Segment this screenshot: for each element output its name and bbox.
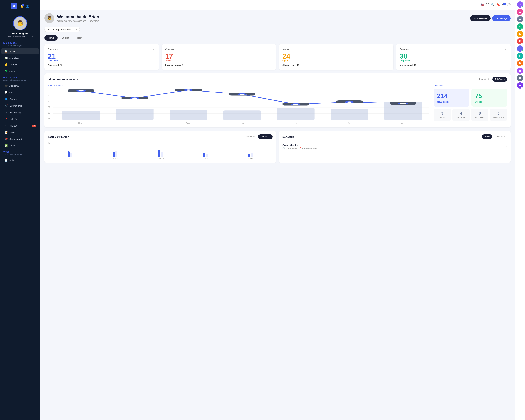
bottom-row: Task Distribution Last Week This Week 40… [45,131,511,163]
sidebar-item-chat[interactable]: 💬 Chat [1,89,39,95]
notifications-icon-wrap[interactable]: 🔔 3 [20,4,24,8]
stat-menu-summary[interactable]: ⋮ [152,48,155,51]
message-icon[interactable]: 💬 [507,3,511,7]
task-week-toggle: Last Week This Week [242,134,273,139]
wontfix-card: 4 Won't Fix [452,109,470,121]
bar-other-light [251,153,253,157]
sidebar-item-label-filemanager: File Manager [9,111,23,114]
sidebar-item-academy[interactable]: 🎓 Academy [1,83,39,89]
stat-menu-overdue[interactable]: ⋮ [270,48,273,51]
svg-point-28 [131,97,139,99]
sidebar-item-label-activities: Activities [9,159,18,161]
right-avatar-8[interactable]: L [517,53,523,59]
task-last-week-btn[interactable]: Last Week [242,134,257,139]
notes-icon: 📝 [4,131,8,134]
sidebar-item-filemanager[interactable]: ☁ File Manager [1,109,39,115]
search-icon[interactable]: 🔍 [491,3,495,7]
project-selector[interactable]: ACME Corp. Backend App ▾ [45,27,80,32]
menu-toggle-icon[interactable]: ≡ [45,3,46,7]
sidebar-item-scrumboard[interactable]: 📌 Scrumboard [1,136,39,142]
right-avatar-1[interactable]: J [517,1,523,8]
sidebar-item-activities[interactable]: 📄 Activities [1,157,39,163]
github-this-week-btn[interactable]: This Week [492,77,507,82]
bar-group-other: Other [229,153,273,159]
settings-button[interactable]: ⚙ Settings [492,15,511,21]
right-avatar-9[interactable]: B [517,60,523,66]
cart-badge: 5 [503,3,506,5]
stat-label-issues: Open [282,59,390,62]
user-name: Brian Hughes [12,32,28,35]
cart-icon[interactable]: 🛍 5 [502,3,505,7]
user-circle-icon: 👤 [26,5,29,8]
sidebar-item-label-ecommerce: ECommerce [9,104,22,107]
stat-title-overdue: Overdue [165,48,174,51]
sidebar-item-contacts[interactable]: 👥 Contacts [1,96,39,102]
sidebar-item-analytics[interactable]: 📊 Analytics [1,55,39,61]
sidebar-item-tasks[interactable]: ✅ Tasks [1,142,39,149]
sidebar-item-mailbox[interactable]: ✉ Mailbox 27 [1,122,39,129]
overview-big-cards: 214 New Issues 75 Closed [434,89,507,107]
applications-section-label: APPLICATIONS [0,75,40,79]
flag-icon[interactable]: 🇺🇸 [480,3,484,7]
sidebar-item-helpcenter[interactable]: ❓ Help Center › [1,116,39,122]
right-avatar-10[interactable]: N [517,67,523,74]
right-avatar-4[interactable]: S [517,23,523,30]
activities-icon: 📄 [4,159,8,161]
chat-icon: 💬 [4,91,8,94]
user-circle-icon-wrap[interactable]: 👤 [26,4,29,8]
chart-y-labels: 45 36 27 18 9 0 [48,89,52,120]
app-logo[interactable]: ◆ [11,3,17,9]
mailbox-icon: ✉ [4,124,8,127]
schedule-tomorrow-btn[interactable]: Tomorrow [493,134,507,139]
right-avatar-7[interactable]: T [517,46,523,52]
tab-team[interactable]: Team [73,35,86,41]
right-sidebar: J A M S K R T L B N M D [515,0,525,420]
schedule-today-btn[interactable]: Today [482,134,492,139]
welcome-row: 👨 Welcome back, Brian! You have 2 new me… [45,13,511,23]
stat-number-overdue: 17 [165,52,273,60]
right-avatar-11[interactable]: M [517,75,523,81]
stat-number-summary: 21 [48,52,155,60]
stat-menu-issues[interactable]: ⋮ [387,48,390,51]
sidebar-item-label-notes: Notes [9,131,15,134]
tab-budget[interactable]: Budget [58,35,73,41]
right-avatar-2[interactable]: A [517,9,523,15]
task-this-week-btn[interactable]: This Week [258,134,273,139]
stat-card-features-header: Features ⋮ [400,48,507,51]
right-avatar-12[interactable]: D [517,82,523,89]
right-avatar-5[interactable]: K [517,31,523,37]
schedule-title: Schedule [282,135,294,138]
stat-menu-features[interactable]: ⋮ [504,48,507,51]
gear-icon: ⚙ [496,17,498,19]
sidebar-item-ecommerce[interactable]: 🛒 ECommerce › [1,103,39,109]
sidebar-item-notes[interactable]: 📝 Notes [1,129,39,135]
right-avatar-6[interactable]: R [517,38,523,45]
sidebar-item-label-mailbox: Mailbox [9,124,17,127]
helpcenter-icon: ❓ [4,118,8,120]
github-last-week-btn[interactable]: Last Week [477,77,492,82]
crypto-icon: 💲 [4,70,8,73]
messages-button[interactable]: ✉ Messages [470,15,490,21]
fullscreen-icon[interactable]: ⛶ [486,3,489,7]
sidebar-item-project[interactable]: 📋 Project [1,48,39,55]
stat-sub-summary: Completed: 13 [48,64,155,66]
sidebar-item-label-project: Project [9,50,17,53]
mailbox-badge: 27 [32,125,36,127]
svg-rect-10 [277,108,314,120]
svg-rect-6 [62,111,100,120]
event-arrow-icon[interactable]: › [506,145,507,148]
fixed-label: Fixed [436,116,449,119]
svg-point-29 [185,89,192,91]
pages-section-label: PAGES [0,149,40,154]
bar-group-frontend: Frontend [138,150,182,159]
new-issues-number: 214 [437,93,466,100]
welcome-subtitle: You have 2 new messages and 15 new tasks [57,20,101,22]
sidebar-item-crypto[interactable]: 💲 Crypto [1,68,39,74]
github-issues-title: Github Issues Summary [48,78,78,81]
right-avatar-3[interactable]: M [517,16,523,22]
dashboards-section-label: DASHBOARDS [0,40,40,45]
sidebar-item-finance[interactable]: 💰 Finance [1,61,39,68]
tab-home[interactable]: Home [45,35,57,41]
sidebar-item-label-scrumboard: Scrumboard [9,138,22,140]
bookmark-icon[interactable]: 🔖 [497,3,500,7]
